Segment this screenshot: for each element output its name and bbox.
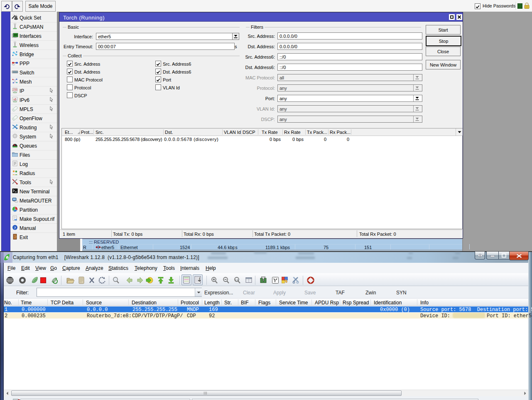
svg-text:1:1: 1:1	[235, 279, 239, 281]
svg-text:?: ?	[14, 226, 16, 230]
svg-text:255: 255	[13, 88, 17, 91]
svg-text:v6: v6	[13, 98, 17, 101]
